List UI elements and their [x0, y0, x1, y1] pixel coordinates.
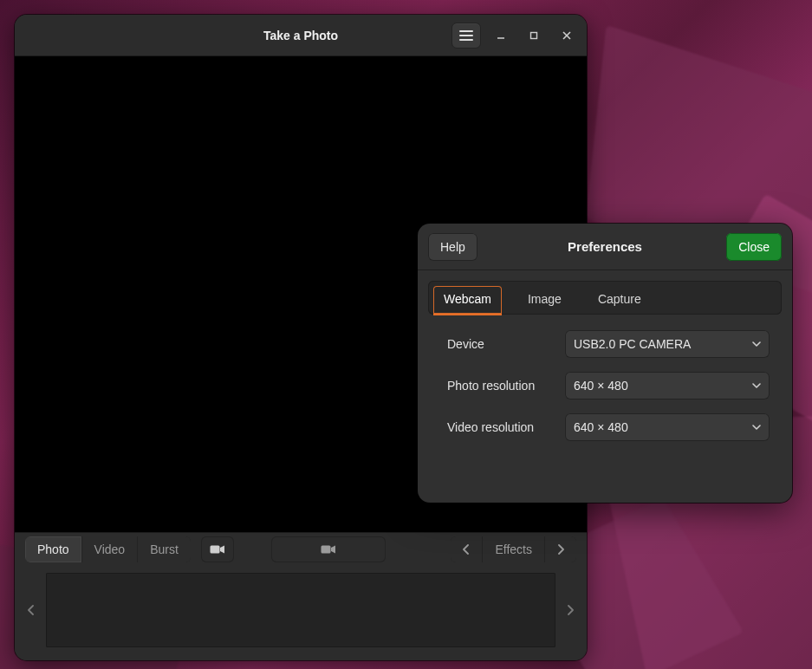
svg-rect-8 — [322, 545, 331, 553]
effects-prev-button[interactable] — [451, 536, 483, 562]
close-button[interactable] — [554, 23, 580, 49]
mode-photo-button[interactable]: Photo — [25, 536, 82, 562]
thumbnails-next-button[interactable] — [561, 573, 580, 647]
device-label: Device — [447, 337, 558, 351]
tab-image[interactable]: Image — [517, 286, 572, 315]
tab-capture[interactable]: Capture — [588, 286, 652, 315]
close-icon — [562, 30, 572, 41]
chevron-down-icon — [752, 341, 761, 347]
preferences-body: Webcam Image Capture Device USB2.0 PC CA… — [418, 270, 792, 503]
preferences-dialog: Help Preferences Close Webcam Image Capt… — [418, 224, 792, 503]
thumbnails-prev-button[interactable] — [22, 573, 41, 647]
effects-next-button[interactable] — [545, 536, 576, 562]
toolbar: Photo Video Burst Effects — [15, 532, 587, 565]
chevron-right-icon — [557, 544, 564, 555]
preferences-header[interactable]: Help Preferences Close — [418, 224, 792, 270]
tab-webcam[interactable]: Webcam — [433, 286, 502, 315]
chevron-down-icon — [752, 425, 761, 430]
videocam-icon — [210, 544, 225, 555]
maximize-button[interactable] — [521, 23, 547, 49]
videocam-icon — [321, 544, 336, 555]
titlebar[interactable]: Take a Photo — [15, 15, 587, 56]
device-select[interactable]: USB2.0 PC CAMERA — [565, 330, 770, 358]
mode-burst-button[interactable]: Burst — [138, 536, 191, 562]
mode-video-button[interactable]: Video — [82, 536, 139, 562]
minimize-icon — [496, 30, 506, 41]
photo-resolution-value: 640 × 480 — [574, 379, 628, 393]
minimize-button[interactable] — [488, 23, 514, 49]
help-button[interactable]: Help — [428, 233, 477, 261]
shutter-button[interactable] — [271, 536, 386, 562]
hamburger-icon — [459, 30, 473, 41]
chevron-down-icon — [752, 383, 761, 388]
effects-button[interactable]: Effects — [483, 536, 545, 562]
photo-resolution-label: Photo resolution — [447, 379, 558, 393]
hamburger-menu-button[interactable] — [451, 23, 481, 49]
mode-switcher: Photo Video Burst — [25, 536, 191, 562]
record-toggle-button[interactable] — [201, 536, 234, 562]
device-value: USB2.0 PC CAMERA — [574, 337, 691, 351]
webcam-form: Device USB2.0 PC CAMERA Photo resolution… — [428, 315, 782, 448]
thumbnail-strip — [15, 565, 587, 660]
svg-rect-7 — [210, 545, 219, 553]
chevron-right-icon — [567, 605, 574, 615]
svg-rect-4 — [531, 32, 537, 38]
video-resolution-select[interactable]: 640 × 480 — [565, 413, 770, 441]
video-resolution-value: 640 × 480 — [574, 420, 628, 434]
thumbnail-well[interactable] — [46, 573, 555, 647]
video-resolution-label: Video resolution — [447, 420, 558, 434]
maximize-icon — [529, 30, 539, 41]
chevron-left-icon — [463, 544, 470, 555]
photo-resolution-select[interactable]: 640 × 480 — [565, 372, 770, 399]
preferences-tabs: Webcam Image Capture — [428, 281, 782, 315]
close-preferences-button[interactable]: Close — [726, 233, 782, 261]
chevron-left-icon — [28, 605, 35, 615]
effects-nav: Effects — [451, 536, 576, 562]
